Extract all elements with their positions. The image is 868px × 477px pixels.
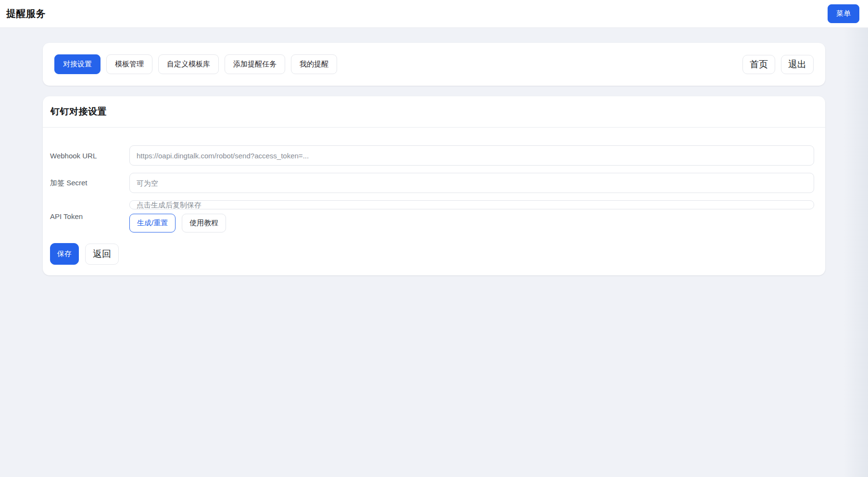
back-button[interactable]: 返回 [85,244,119,265]
api-token-label: API Token [50,212,129,220]
webhook-url-input[interactable] [129,145,814,166]
tab-add-reminder-task[interactable]: 添加提醒任务 [225,54,285,74]
tab-integration-settings[interactable]: 对接设置 [54,54,101,74]
webhook-url-label: Webhook URL [50,152,129,160]
api-token-group: 生成/重置 使用教程 [129,200,814,232]
tutorial-button[interactable]: 使用教程 [182,214,226,232]
api-token-row: API Token 生成/重置 使用教程 [50,200,814,232]
app-header: 提醒服务 菜单 [0,0,868,28]
settings-card-title: 钉钉对接设置 [50,105,818,118]
tab-my-reminders[interactable]: 我的提醒 [291,54,337,74]
secret-input[interactable] [129,173,814,193]
exit-button[interactable]: 退出 [781,55,814,74]
nav-actions: 首页 退出 [742,55,814,74]
nav-card: 对接设置 模板管理 自定义模板库 添加提醒任务 我的提醒 首页 退出 [43,43,825,86]
save-button[interactable]: 保存 [50,243,79,265]
page-title: 提醒服务 [6,7,46,20]
dingtalk-settings-card: 钉钉对接设置 Webhook URL 加签 Secret API Token [43,96,825,275]
page-background: 对接设置 模板管理 自定义模板库 添加提醒任务 我的提醒 首页 退出 钉钉对接设… [0,28,868,477]
api-token-input[interactable] [129,200,814,209]
home-button[interactable]: 首页 [742,55,775,74]
content-container: 对接设置 模板管理 自定义模板库 添加提醒任务 我的提醒 首页 退出 钉钉对接设… [43,43,825,275]
tab-list: 对接设置 模板管理 自定义模板库 添加提醒任务 我的提醒 [54,54,337,74]
settings-card-header: 钉钉对接设置 [43,96,825,128]
secret-row: 加签 Secret [50,173,814,193]
menu-button[interactable]: 菜单 [828,4,859,23]
generate-reset-button[interactable]: 生成/重置 [129,214,176,232]
settings-form: Webhook URL 加签 Secret API Token 生成/重置 使用… [43,128,825,275]
tab-custom-template-library[interactable]: 自定义模板库 [158,54,219,74]
tab-template-management[interactable]: 模板管理 [106,54,152,74]
form-actions: 保存 返回 [50,243,814,265]
webhook-url-row: Webhook URL [50,145,814,166]
api-token-buttons: 生成/重置 使用教程 [129,214,814,232]
secret-label: 加签 Secret [50,179,129,188]
